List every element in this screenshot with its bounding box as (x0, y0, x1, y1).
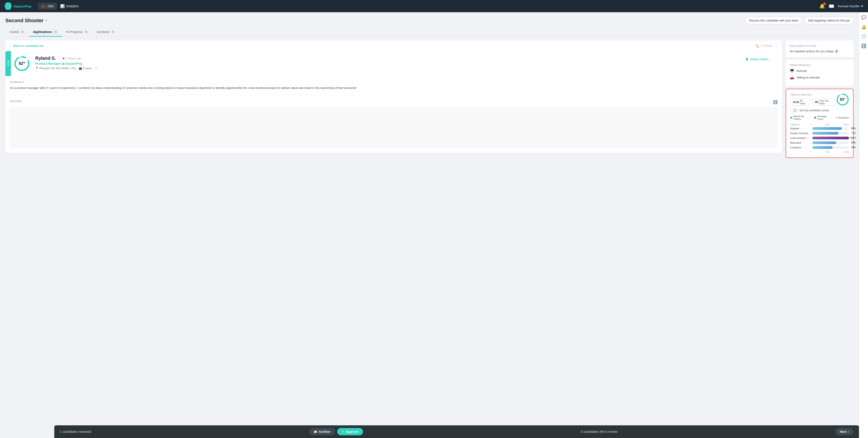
trait-name-motivated: Motivated (790, 141, 811, 144)
trait-check-icon-level: ✓ (806, 137, 809, 140)
approve-button[interactable]: ✓ Approve (337, 428, 363, 435)
new-badge: New (5, 51, 11, 76)
trait-bar-level-headed: 100% (812, 137, 849, 139)
top-traits-badge[interactable]: 4/5 Your top traits (812, 98, 836, 106)
notifications-button[interactable]: 🔔 (819, 3, 825, 9)
back-link-label: Back to candidate list (13, 44, 44, 48)
next-button[interactable]: Next › (835, 428, 854, 435)
sort-toggle-switch[interactable] (790, 109, 798, 112)
salary-match-label: Salary match (750, 57, 769, 61)
tab-inprogress-label: In-Progress (66, 30, 83, 34)
archive-button[interactable]: 📁 Archive (309, 428, 335, 435)
trait-fill-reliable (812, 127, 842, 130)
meets-criteria-dot (790, 117, 793, 119)
briefcase-icon: 💼 (79, 67, 82, 70)
candidate-tabs: Invited 0 Applications 0 In-Progress 0 A… (5, 28, 854, 37)
nav-item-analytics[interactable]: 📊 Analytics (57, 3, 82, 10)
trait-bar-reliable: 80% (812, 127, 849, 130)
legend-meets-criteria: Meets the criteria (790, 115, 811, 120)
preferences-title: PREFERENCES (790, 64, 849, 66)
app-logo[interactable]: SquarePeg (4, 2, 31, 10)
trait-bar-motivated: 65% (812, 141, 849, 144)
tab-invited-count: 0 (20, 30, 25, 34)
candidate-name-row: Ryland S. ☆ 0 day(s) ago (35, 56, 778, 61)
traits-title-area: TRAITS MATCH 11/19 All traits 4/5 Your t… (790, 93, 836, 106)
comment-icon[interactable]: 💬 (861, 15, 866, 20)
favorite-star-icon[interactable]: ☆ (58, 56, 61, 60)
svg-text:?: ? (27, 58, 28, 60)
jobs-icon: 💼 (41, 4, 46, 8)
tab-applications[interactable]: Applications 0 (29, 28, 62, 37)
discuss-candidate-button[interactable]: Discuss this candidate with your team (745, 17, 802, 24)
user-name: Rachael Stauffer (838, 4, 860, 8)
candidate-score-value: 92% (19, 61, 25, 66)
candidate-experience: 💼 9 years (79, 67, 92, 70)
job-title-dropdown-icon[interactable]: ▾ (45, 18, 47, 23)
header-actions: Discuss this candidate with your team Ed… (745, 17, 854, 24)
days-ago-label: 0 day(s) ago (66, 57, 82, 60)
required-action-card: REQUIRED ACTION No required actions for … (786, 40, 854, 57)
nav-analytics-label: Analytics (66, 4, 79, 8)
bottom-action-bar: 1 candidates reviewed 📁 Archive ✓ Approv… (54, 425, 859, 438)
legend-employer: Employer (835, 116, 849, 119)
back-arrow-icon: ← (9, 44, 12, 48)
trait-row-level-headed: Level Headed ✓ 100% (790, 137, 849, 140)
candidate-area: ← Back to candidate list 🏷️ 0 TAGS: ⋮ Ne… (5, 40, 854, 158)
summary-label: SUMMARY (10, 81, 778, 84)
candidate-card: New ? 92% (5, 51, 782, 76)
approve-icon: ✓ (342, 430, 344, 434)
user-menu[interactable]: Rachael Stauffer ▼ (838, 4, 864, 8)
legend-average-score: Average score (814, 115, 833, 120)
summary-section: SUMMARY As a product manager with 5+ yea… (5, 76, 782, 95)
candidate-name: Ryland S. (35, 56, 56, 61)
back-to-list-link[interactable]: ← Back to candidate list (9, 44, 44, 48)
email-icon: ✉️ (95, 67, 98, 70)
tags-count: 0 TAGS: (762, 44, 773, 48)
tags-area: 🏷️ 0 TAGS: ⋮ (755, 43, 778, 48)
trait-bar-confident: 55% (812, 146, 849, 149)
trait-bar-people-oriented: 71% (812, 132, 849, 135)
archive-icon: 📁 (313, 430, 317, 434)
status-dot (63, 57, 64, 59)
candidate-score-circle: ? 92% (14, 56, 30, 71)
tab-invited[interactable]: Invited 0 (5, 28, 29, 37)
traits-legend: Meets the criteria Average score Employe… (790, 115, 849, 120)
trait-name-confident: Confident ✓ (790, 146, 811, 149)
notification-badge (823, 2, 826, 5)
bottom-actions: 📁 Archive ✓ Approve (309, 428, 363, 435)
tab-inprogress[interactable]: In-Progress 0 (62, 28, 93, 37)
edit-targeting-button[interactable]: Edit targeting criteria for this job (804, 17, 854, 24)
preference-relocate-label: Willing to relocate (797, 76, 820, 79)
nav-item-jobs[interactable]: 💼 Jobs (38, 3, 57, 10)
tab-applications-count: 0 (53, 30, 58, 34)
info-icon[interactable]: ℹ️ (861, 43, 866, 49)
location-icon: 📍 (35, 67, 39, 70)
resume-header: RESUME ⬇️ (10, 100, 778, 105)
required-action-text: No required actions for you today! 🎉 (790, 50, 849, 53)
left-panel: ← Back to candidate list 🏷️ 0 TAGS: ⋮ Ne… (5, 40, 782, 158)
history-icon[interactable]: 🕐 (861, 34, 866, 39)
trait-name-reliable: Reliable ✓ (790, 127, 811, 130)
main-content: Second Shooter ▾ Discuss this candidate … (0, 12, 859, 438)
candidate-email-button[interactable]: ✉️ (95, 67, 98, 70)
download-icon[interactable]: ⬇️ (773, 100, 778, 104)
trait-name-people-oriented: People Oriented (790, 132, 811, 135)
average-score-dot (814, 117, 816, 119)
trait-check-icon-confident: ✓ (802, 146, 804, 149)
more-options-button[interactable]: ⋮ (774, 43, 778, 48)
reviewed-count: 1 candidates reviewed (60, 430, 91, 434)
traits-col-header: TRAITS (790, 123, 811, 126)
trait-row-confident: Confident ✓ 55% (790, 146, 849, 149)
candidate-company: SquarePeg (66, 62, 82, 65)
candidate-location: 📍 Pleasant Hill, MO 64080, USA (35, 67, 76, 70)
candidates-left-label: 0 candidates left to review (581, 430, 617, 434)
notification-side-icon[interactable]: 🔔 (861, 24, 866, 29)
trait-fill-level-headed (812, 137, 849, 139)
all-traits-badge[interactable]: 11/19 All traits (790, 98, 811, 106)
user-caret-icon: ▼ (861, 4, 864, 8)
tab-archived-count: 0 (111, 30, 115, 34)
tab-invited-label: Invited (9, 30, 19, 34)
tab-archived[interactable]: Archived 0 (93, 28, 119, 37)
salary-icon: 💲 (745, 57, 749, 61)
messages-button[interactable]: ✉️ (829, 3, 834, 9)
